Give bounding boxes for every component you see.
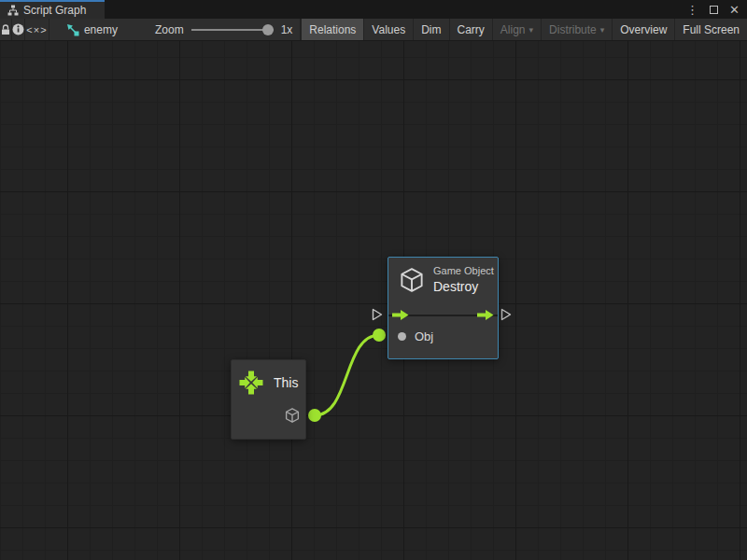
chevron-down-icon: ▾ [529,25,534,35]
close-icon[interactable]: ✕ [729,4,740,16]
flow-input-port[interactable] [372,308,383,321]
graph-breadcrumb[interactable]: enemy [49,19,129,40]
script-graph-window: Script Graph ⋮ ✕ <×> [0,0,747,560]
zoom-slider-handle[interactable] [262,24,274,35]
window-controls: ⋮ ✕ [686,0,747,19]
script-graph-asset-icon [66,23,79,36]
align-dropdown[interactable]: Align ▾ [492,19,541,40]
connection-wire [0,41,747,560]
zoom-control: Zoom 1x [129,19,301,40]
zoom-slider[interactable] [191,23,274,36]
tab-title: Script Graph [23,4,86,17]
obj-port-row: Obj [398,329,433,343]
carry-button[interactable]: Carry [449,19,492,40]
code-brackets-icon: <×> [26,24,47,35]
distribute-dropdown[interactable]: Distribute ▾ [541,19,612,40]
graph-canvas[interactable]: Game Object Destroy Obj [0,41,747,560]
graph-toolbar: <×> enemy Zoom 1x Relations Values D [0,19,747,41]
overview-button[interactable]: Overview [612,19,674,40]
relations-button[interactable]: Relations [301,19,363,40]
fullscreen-button[interactable]: Full Screen [674,19,747,40]
this-node-header: This [238,370,298,396]
zoom-label: Zoom [155,23,184,36]
node-title: Destroy [433,279,494,294]
graph-hierarchy-icon [7,5,19,16]
flow-output-port[interactable] [500,308,512,321]
flow-in-arrow-icon[interactable] [392,309,409,321]
game-object-cube-icon [398,266,426,294]
node-category: Game Object [433,265,494,276]
zoom-slider-track [191,29,274,31]
zoom-value: 1x [281,23,293,36]
maximize-icon[interactable] [710,6,718,14]
lock-button[interactable] [0,19,12,40]
game-object-output-port-icon[interactable] [284,407,301,424]
destroy-node[interactable]: Game Object Destroy Obj [388,257,499,359]
flow-out-arrow-icon[interactable] [477,309,494,321]
tab-script-graph[interactable]: Script Graph [0,0,105,19]
info-icon [12,23,24,35]
info-button[interactable] [12,19,25,40]
node-title: This [274,375,298,390]
obj-port-label: Obj [415,329,433,343]
values-button[interactable]: Values [363,19,413,40]
dim-button[interactable]: Dim [413,19,448,40]
code-preview-button[interactable]: <×> [25,19,49,40]
this-node[interactable]: This [231,359,306,440]
lock-icon [0,24,11,35]
this-converge-icon [238,370,264,396]
chevron-down-icon: ▾ [600,25,605,35]
graph-name-label: enemy [84,23,118,36]
tab-bar: Script Graph ⋮ ✕ [0,0,747,19]
menu-icon[interactable]: ⋮ [686,4,698,16]
obj-input-port-dot[interactable] [398,332,406,341]
destroy-node-header: Game Object Destroy [398,265,494,294]
